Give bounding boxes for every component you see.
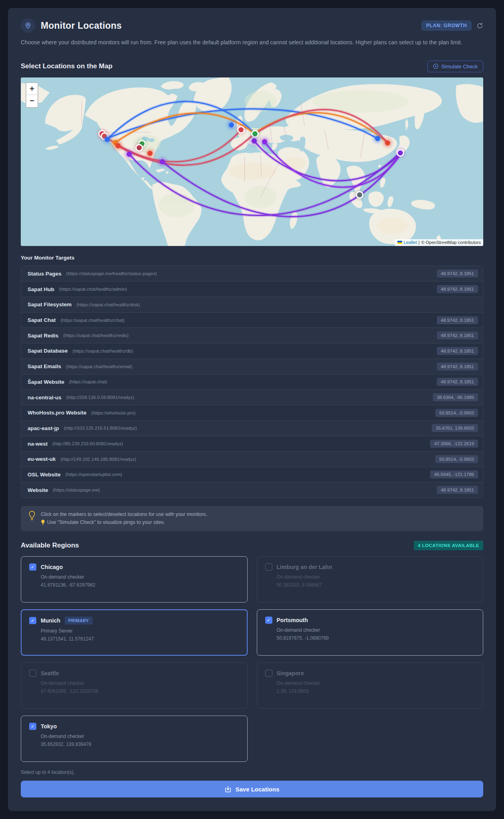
attribution-separator: |: [419, 240, 420, 245]
plan-badge: PLAN: GROWTH: [421, 20, 472, 31]
save-icon: [224, 785, 232, 793]
map-marker[interactable]: [397, 150, 404, 156]
map-marker[interactable]: [375, 136, 380, 141]
target-url: (https://sapat.chat/healthz/chat): [61, 318, 437, 323]
map-marker[interactable]: [147, 151, 153, 156]
region-card-munich[interactable]: MunichPRIMARY Primary Server 48.1371541,…: [21, 609, 248, 656]
leaflet-link[interactable]: Leaflet: [404, 240, 417, 245]
zoom-out-button[interactable]: −: [26, 95, 38, 107]
targets-table: Status Pages(https://statuspage.me/healt…: [21, 266, 483, 498]
region-card-chicago[interactable]: Chicago On-demand checker 41.8781136, -8…: [21, 556, 248, 603]
world-map[interactable]: + − Leaflet | © OpenStreetMap contributo…: [21, 77, 483, 246]
map-zoom-control: + −: [26, 82, 38, 108]
target-name: Sapat Hub: [28, 286, 54, 292]
region-card-singapore[interactable]: Singapore On-demand checker 1.29, 103.85…: [257, 662, 484, 709]
region-name: Portsmouth: [277, 617, 308, 623]
map-marker[interactable]: [385, 140, 390, 145]
targets-title: Your Monitor Targets: [21, 255, 483, 261]
table-row[interactable]: WhoHosts.pro Website(https://whohosts.pr…: [21, 405, 483, 420]
table-row[interactable]: Status Pages(https://statuspage.me/healt…: [21, 266, 483, 282]
target-coords-badge: 48.9742, 8.1851: [437, 347, 478, 355]
target-url: (https://statuspage.me/healthz/status-pa…: [66, 271, 437, 276]
target-url: (http://209.126.0.56:8081/readyz): [66, 395, 433, 400]
zoom-in-button[interactable]: +: [26, 83, 38, 95]
simulate-check-button[interactable]: Simulate Check: [427, 61, 483, 72]
table-row[interactable]: Sapat Chat(https://sapat.chat/healthz/ch…: [21, 312, 483, 328]
target-url: (https://whohosts.pro): [91, 410, 436, 415]
target-name: Sapat Redis: [28, 333, 58, 339]
map-marker[interactable]: [136, 145, 143, 151]
map-marker[interactable]: [262, 139, 267, 144]
map-canvas: [21, 77, 483, 246]
regions-header: Available Regions 4 LOCATIONS AVAILABLE: [21, 541, 483, 550]
table-row[interactable]: Sapat Redis(https://sapat.chat/healthz/r…: [21, 327, 483, 343]
target-name: na-central-us: [28, 395, 62, 401]
region-card-limburg[interactable]: Limburg an der Lahn On-demand checker 50…: [257, 556, 484, 603]
map-marker[interactable]: [127, 151, 132, 157]
region-type: On-demand checker: [277, 627, 475, 633]
region-card-seattle[interactable]: Seattle On-demand checker 47.6062095, -1…: [21, 662, 248, 709]
table-row[interactable]: Sapat Emails(https://sapat.chat/healthz/…: [21, 359, 483, 374]
checkbox-unchecked[interactable]: [265, 670, 272, 677]
region-coords: 48.1371541, 11.5761247: [41, 636, 239, 642]
tip-line-2: Use "Simulate Check" to visualize pings …: [47, 518, 165, 526]
refresh-icon[interactable]: [476, 22, 483, 29]
map-marker[interactable]: [115, 143, 121, 148]
region-type: On-demand checker: [277, 680, 475, 686]
map-marker[interactable]: [252, 131, 258, 137]
target-name: Sapat Database: [28, 348, 68, 354]
primary-badge: PRIMARY: [65, 617, 93, 625]
tip-line-1: Click on the markers to select/deselect …: [41, 510, 207, 518]
checkbox-checked[interactable]: [29, 723, 36, 730]
region-card-tokyo[interactable]: Tokyo On-demand checker 35.652832, 139.8…: [21, 716, 248, 762]
region-type: Primary Server: [41, 628, 239, 634]
table-row[interactable]: Website(https://statuspage.me)48.9742, 8…: [21, 482, 483, 498]
table-row[interactable]: OSL Website(https://openstartuplist.com)…: [21, 467, 483, 482]
table-row[interactable]: eu-west-uk(http://149.102.146.185:8081/r…: [21, 451, 483, 467]
target-url: (https://sapat.chat/healthz/redis): [63, 333, 437, 338]
table-row[interactable]: na-west(http://85.239.233.60:8081/readyz…: [21, 436, 483, 451]
table-row[interactable]: apac-east-jp(http://103.125.216.51:8081/…: [21, 420, 483, 436]
target-coords-badge: 48.9742, 8.1851: [437, 363, 478, 371]
header: Monitor Locations PLAN: GROWTH: [21, 18, 483, 33]
target-url: (http://85.239.233.60:8081/readyz): [52, 441, 430, 446]
target-name: eu-west-uk: [28, 456, 56, 462]
map-marker[interactable]: [229, 122, 234, 127]
osm-attribution[interactable]: © OpenStreetMap contributors: [421, 240, 481, 245]
save-locations-button[interactable]: Save Locations: [21, 781, 483, 797]
region-name: Seattle: [41, 670, 59, 676]
map-section-header: Select Locations on the Map Simulate Che…: [21, 61, 483, 72]
region-name: Tokyo: [41, 723, 57, 730]
play-circle-icon: [433, 63, 439, 69]
checkbox-checked[interactable]: [29, 563, 36, 571]
region-card-portsmouth[interactable]: Portsmouth On-demand checker 50.8197675,…: [257, 609, 484, 656]
table-row[interactable]: Sapat Hub(https://sapat.chat/healthz/adm…: [21, 281, 483, 297]
target-coords-badge: 38.6364, -90.1985: [433, 393, 478, 401]
target-url: (https://openstartuplist.com): [65, 472, 430, 477]
map-section-title: Select Locations on the Map: [21, 62, 113, 70]
page-title: Monitor Locations: [41, 20, 421, 31]
location-pin-icon: [21, 18, 35, 33]
table-row[interactable]: Sapat Database(https://sapat.chat/health…: [21, 343, 483, 359]
region-name: Limburg an der Lahn: [277, 564, 332, 570]
table-row[interactable]: Šapat Website(https://sapat.chat)48.9742…: [21, 374, 483, 390]
map-marker[interactable]: [105, 137, 110, 142]
target-name: Sapat Chat: [28, 317, 56, 323]
target-coords-badge: 45.5945, -121.1786: [430, 470, 478, 478]
table-row[interactable]: na-central-us(http://209.126.0.56:8081/r…: [21, 389, 483, 405]
table-row[interactable]: Sapat Filesystem(https://sapat.chat/heal…: [21, 297, 483, 312]
regions-title: Available Regions: [21, 541, 79, 549]
checkbox-unchecked[interactable]: [29, 670, 36, 677]
map-marker[interactable]: [238, 127, 244, 133]
map-marker[interactable]: [357, 192, 363, 198]
region-name: Munich: [41, 617, 60, 624]
map-marker[interactable]: [160, 159, 165, 164]
target-name: Šapat Website: [28, 379, 64, 385]
checkbox-checked[interactable]: [29, 617, 36, 624]
checkbox-unchecked[interactable]: [265, 563, 272, 571]
region-name: Chicago: [41, 564, 63, 570]
target-name: na-west: [28, 441, 48, 447]
target-url: (https://sapat.chat/healthz/email): [66, 364, 437, 369]
map-marker[interactable]: [252, 138, 257, 143]
checkbox-checked[interactable]: [265, 617, 272, 624]
